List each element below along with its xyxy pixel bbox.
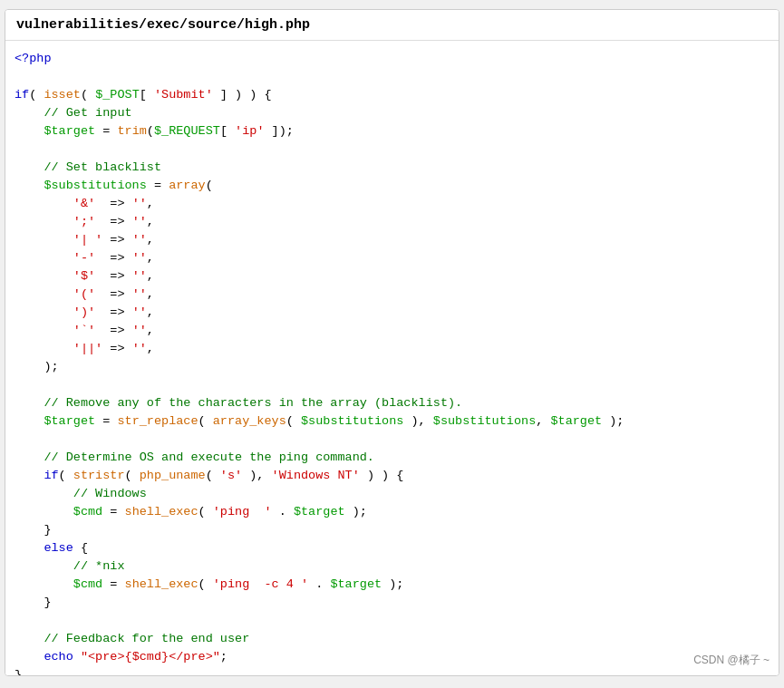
code-line-27: } — [15, 521, 766, 539]
code-line-8: $substitutions = array( — [15, 177, 766, 195]
code-line-31: } — [15, 594, 766, 612]
code-line-5: $target = trim($_REQUEST[ 'ip' ]); — [15, 122, 766, 141]
code-line-3: if( isset( $_POST[ 'Submit' ] ) ) { — [15, 86, 766, 104]
code-line-22 — [15, 431, 766, 449]
code-line-30: $cmd = shell_exec( 'ping -c 4 ' . $targe… — [15, 576, 766, 594]
code-line-9: '&' => '', — [15, 195, 766, 213]
code-line-1: <?php — [15, 50, 766, 68]
code-line-4: // Get input — [15, 104, 766, 122]
code-window: vulnerabilities/exec/source/high.php <?p… — [5, 9, 779, 676]
code-line-15: ')' => '', — [15, 304, 766, 322]
code-line-26: $cmd = shell_exec( 'ping ' . $target ); — [15, 503, 766, 521]
code-line-34: echo "<pre>{$cmd}</pre>"; — [15, 648, 766, 666]
code-line-7: // Set blacklist — [15, 159, 766, 177]
code-area[interactable]: <?php if( isset( $_POST[ 'Submit' ] ) ) … — [5, 41, 779, 675]
code-line-20: // Remove any of the characters in the a… — [15, 394, 766, 412]
code-line-28: else { — [15, 539, 766, 557]
code-line-14: '(' => '', — [15, 286, 766, 304]
code-line-18: ); — [15, 358, 766, 376]
code-line-32 — [15, 612, 766, 630]
code-line-13: '$' => '', — [15, 267, 766, 286]
window-title: vulnerabilities/exec/source/high.php — [16, 17, 310, 33]
code-line-16: '`' => '', — [15, 322, 766, 340]
title-bar: vulnerabilities/exec/source/high.php — [5, 10, 779, 41]
code-line-25: // Windows — [15, 485, 766, 503]
code-line-11: '| ' => '', — [15, 231, 766, 249]
code-line-17: '||' => '', — [15, 340, 766, 358]
code-line-6 — [15, 141, 766, 159]
code-line-2 — [15, 68, 766, 86]
code-line-23: // Determine OS and execute the ping com… — [15, 449, 766, 467]
code-line-21: $target = str_replace( array_keys( $subs… — [15, 412, 766, 431]
code-line-24: if( stristr( php_uname( 's' ), 'Windows … — [15, 467, 766, 485]
watermark: CSDN @橘子 ~ — [693, 653, 769, 668]
code-line-12: '-' => '', — [15, 249, 766, 267]
code-line-33: // Feedback for the end user — [15, 630, 766, 648]
code-line-19 — [15, 376, 766, 394]
code-line-35: } — [15, 666, 766, 675]
code-line-29: // *nix — [15, 557, 766, 576]
code-line-10: ';' => '', — [15, 213, 766, 231]
